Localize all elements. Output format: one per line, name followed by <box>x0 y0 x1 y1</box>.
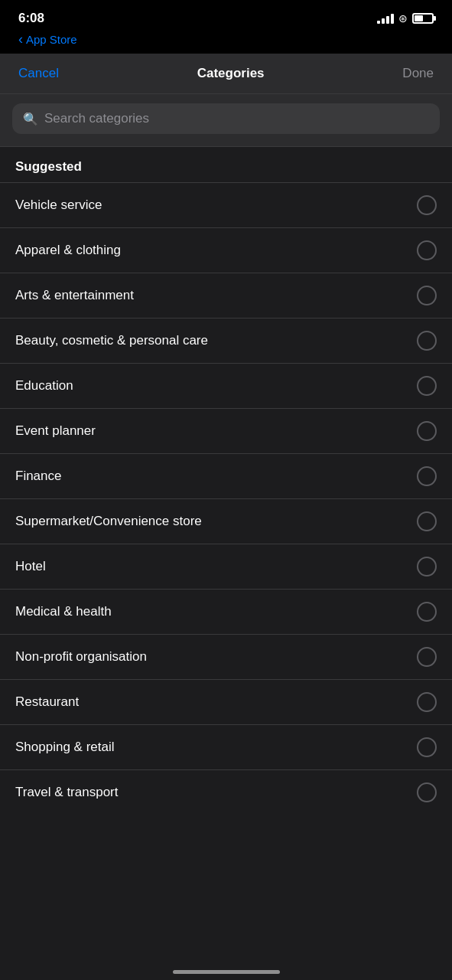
app-store-back-label: App Store <box>26 33 77 46</box>
chevron-left-icon: ‹ <box>18 32 23 46</box>
category-label: Hotel <box>15 559 46 574</box>
category-item[interactable]: Beauty, cosmetic & personal care <box>0 318 452 364</box>
category-label: Restaurant <box>15 694 79 710</box>
app-store-bar: ‹ App Store <box>0 31 452 54</box>
status-icons: ⊛ <box>377 12 434 24</box>
nav-bar: Cancel Categories Done <box>0 54 452 94</box>
category-label: Shopping & retail <box>15 740 114 755</box>
category-item[interactable]: Shopping & retail <box>0 725 452 770</box>
search-bar[interactable]: 🔍 <box>12 103 440 134</box>
category-label: Travel & transport <box>15 785 118 800</box>
radio-circle-icon[interactable] <box>417 376 437 396</box>
radio-circle-icon[interactable] <box>417 737 437 757</box>
category-item[interactable]: Apparel & clothing <box>0 228 452 273</box>
section-header-suggested: Suggested <box>0 147 452 183</box>
category-label: Arts & entertainment <box>15 288 134 303</box>
category-item[interactable]: Non-profit organisation <box>0 635 452 680</box>
radio-circle-icon[interactable] <box>417 557 437 577</box>
page-title: Categories <box>197 66 265 81</box>
cancel-button[interactable]: Cancel <box>18 66 59 81</box>
radio-circle-icon[interactable] <box>417 782 437 802</box>
category-item[interactable]: Finance <box>0 454 452 499</box>
category-label: Vehicle service <box>15 198 102 213</box>
category-items-container: Vehicle serviceApparel & clothingArts & … <box>0 183 452 815</box>
status-bar: 6:08 ⊛ <box>0 0 452 31</box>
section-header-label: Suggested <box>15 159 82 174</box>
category-list: Suggested Vehicle serviceApparel & cloth… <box>0 147 452 815</box>
category-label: Education <box>15 378 73 394</box>
radio-circle-icon[interactable] <box>417 511 437 531</box>
category-label: Finance <box>15 469 61 484</box>
category-label: Apparel & clothing <box>15 243 121 258</box>
category-item[interactable]: Education <box>0 364 452 409</box>
category-item[interactable]: Hotel <box>0 544 452 590</box>
signal-bars-icon <box>377 14 394 24</box>
radio-circle-icon[interactable] <box>417 602 437 622</box>
radio-circle-icon[interactable] <box>417 647 437 667</box>
category-label: Medical & health <box>15 604 112 619</box>
category-label: Supermarket/Convenience store <box>15 514 202 529</box>
category-item[interactable]: Supermarket/Convenience store <box>0 499 452 544</box>
category-label: Beauty, cosmetic & personal care <box>15 333 208 348</box>
search-icon: 🔍 <box>23 112 38 126</box>
battery-icon <box>412 13 434 24</box>
search-input[interactable] <box>44 111 429 126</box>
category-item[interactable]: Event planner <box>0 409 452 454</box>
category-label: Non-profit organisation <box>15 649 147 665</box>
radio-circle-icon[interactable] <box>417 421 437 441</box>
radio-circle-icon[interactable] <box>417 466 437 486</box>
category-item[interactable]: Arts & entertainment <box>0 273 452 318</box>
category-item[interactable]: Restaurant <box>0 680 452 725</box>
done-button[interactable]: Done <box>402 66 434 81</box>
radio-circle-icon[interactable] <box>417 286 437 305</box>
search-container: 🔍 <box>0 94 452 147</box>
app-store-back-button[interactable]: ‹ App Store <box>18 32 434 46</box>
radio-circle-icon[interactable] <box>417 195 437 215</box>
wifi-icon: ⊛ <box>398 12 408 24</box>
category-item[interactable]: Medical & health <box>0 590 452 635</box>
category-label: Event planner <box>15 423 96 439</box>
radio-circle-icon[interactable] <box>417 692 437 712</box>
status-time: 6:08 <box>18 11 44 26</box>
home-indicator <box>173 970 280 974</box>
category-item[interactable]: Vehicle service <box>0 183 452 228</box>
category-item[interactable]: Travel & transport <box>0 770 452 815</box>
radio-circle-icon[interactable] <box>417 240 437 260</box>
radio-circle-icon[interactable] <box>417 331 437 351</box>
